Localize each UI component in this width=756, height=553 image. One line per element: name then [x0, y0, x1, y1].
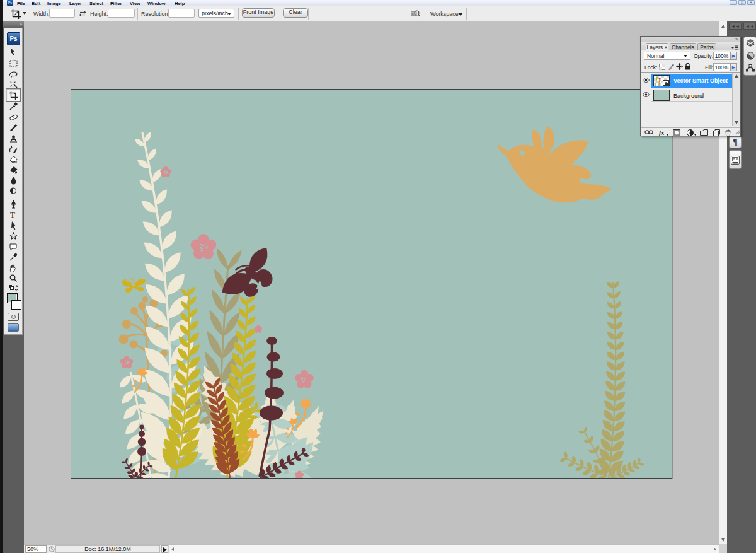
svg-text:T: T — [10, 211, 15, 218]
svg-text:fx: fx — [659, 129, 664, 136]
